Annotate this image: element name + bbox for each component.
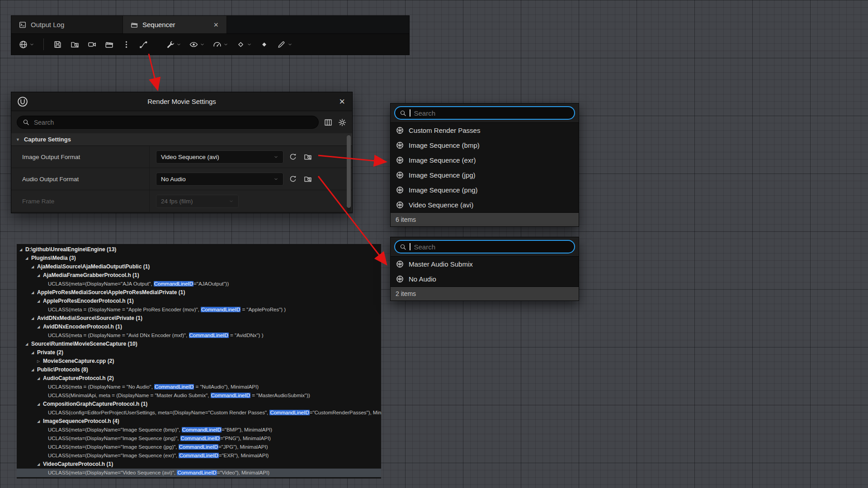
use-selected-asset-icon[interactable] [288,151,298,162]
scrollbar-thumb[interactable] [347,135,351,208]
column-view-icon[interactable] [324,118,333,127]
browse-to-asset-icon[interactable] [302,174,313,184]
node-label: CompositionGraphCaptureProtocol.h (1) [43,400,147,408]
expanded-arrow-icon[interactable]: ◢ [25,254,31,263]
popup-search-input[interactable] [413,243,571,251]
tree-node-row[interactable]: ◢Public\Protocols (8) [17,366,381,374]
expanded-arrow-icon[interactable]: ◢ [25,340,31,348]
search-match-row[interactable]: UCLASS(meta=(DisplayName="Image Sequence… [17,443,381,451]
option-item[interactable]: Master Audio Submix [391,257,579,272]
option-item[interactable]: Image Sequence (exr) [391,153,579,168]
expanded-arrow-icon[interactable]: ◢ [37,271,43,280]
create-camera-button[interactable] [85,38,99,51]
tree-node-row[interactable]: ◢ImageSequenceProtocol.h (4) [17,417,381,426]
capture-settings-section[interactable]: ▼ Capture Settings [11,133,352,146]
tree-node-row[interactable]: ◢AvidDNxEncoderProtocol.h (1) [17,323,381,331]
match-highlight: CommandLineID [154,384,194,389]
search-match-row[interactable]: UCLASS(MinimalApi, meta = (DisplayName =… [17,391,381,400]
expanded-arrow-icon[interactable]: ◢ [37,400,43,408]
search-match-row[interactable]: UCLASS(meta = (DisplayName = "Apple ProR… [17,305,381,314]
chevron-down-icon [272,155,278,160]
spline-icon [139,40,148,49]
tab-sequencer[interactable]: Sequencer × [123,16,227,33]
tree-node-row[interactable]: ◢AudioCaptureProtocol.h (2) [17,374,381,383]
tree-node-row[interactable]: ◢D:\github\UnrealEngine\Engine (13) [17,245,381,254]
use-selected-asset-icon[interactable] [288,174,298,184]
collapsed-arrow-icon[interactable]: ▷ [37,357,43,366]
auto-key-button[interactable] [257,38,272,51]
save-button[interactable] [50,38,65,51]
popup-search-input[interactable] [413,109,571,117]
tree-node-row[interactable]: ◢VideoCaptureProtocol.h (1) [17,460,381,469]
expanded-arrow-icon[interactable]: ◢ [31,288,37,297]
expanded-arrow-icon[interactable]: ◢ [37,374,43,383]
frame-rate-dropdown[interactable]: 24 fps (film) [156,195,239,208]
tree-node-row[interactable]: ◢AppleProResEncoderProtocol.h (1) [17,297,381,305]
settings-search-input[interactable] [33,118,313,127]
search-match-row[interactable]: UCLASS(config=EditorPerProjectUserSettin… [17,408,381,417]
scrollbar[interactable] [347,135,351,211]
expanded-arrow-icon[interactable]: ◢ [31,263,37,271]
node-label: AvidDNxMedia\Source\Source\Private (1) [37,314,142,323]
settings-gear-icon[interactable] [338,118,347,127]
expanded-arrow-icon[interactable]: ◢ [31,314,37,323]
tree-node-row[interactable]: ◢AppleProResMedia\Source\AppleProResMedi… [17,288,381,297]
expanded-arrow-icon[interactable]: ◢ [37,460,43,469]
find-in-content-browser-button[interactable] [67,38,82,51]
property-label: Image Output Format [11,146,150,168]
option-item[interactable]: Image Sequence (bmp) [391,138,579,153]
tree-node-row[interactable]: ◢CompositionGraphCaptureProtocol.h (1) [17,400,381,408]
expanded-arrow-icon[interactable]: ◢ [37,323,43,331]
search-match-row[interactable]: UCLASS(meta=(DisplayName="Video Sequence… [17,469,381,477]
option-item[interactable]: No Audio [391,272,579,286]
popup-search-box[interactable] [394,240,575,253]
search-match-row[interactable]: UCLASS(meta=(DisplayName="Image Sequence… [17,434,381,443]
option-item[interactable]: Custom Render Passes [391,123,579,138]
search-match-row[interactable]: UCLASS(meta=(DisplayName="Image Sequence… [17,451,381,460]
expanded-arrow-icon[interactable]: ◢ [37,297,43,305]
tree-node-row[interactable]: ◢Plugins\Media (3) [17,254,381,263]
sequence-tools-button[interactable] [136,38,151,51]
edit-mode-button[interactable] [274,38,295,51]
expanded-arrow-icon[interactable]: ◢ [31,366,37,374]
expanded-arrow-icon[interactable]: ◢ [19,245,25,254]
option-label: Master Audio Submix [409,260,473,268]
render-movie-button[interactable] [102,38,117,51]
option-item[interactable]: Video Sequence (avi) [391,197,579,212]
dialog-titlebar[interactable]: Render Movie Settings × [11,92,352,111]
keyframe-options-button[interactable] [233,38,255,51]
dialog-body: ▼ Capture Settings Image Output FormatVi… [11,133,352,213]
match-text: UCLASS(meta=(DisplayName="Image Sequence… [48,451,269,460]
tab-output-log[interactable]: Output Log [11,16,123,33]
tree-node-row[interactable]: ◢AvidDNxMedia\Source\Source\Private (1) [17,314,381,323]
search-match-row[interactable]: UCLASS(meta = (DisplayName = "No Audio",… [17,383,381,391]
tree-node-row[interactable]: ◢AjaMediaFrameGrabberProtocol.h (1) [17,271,381,280]
tree-node-row[interactable]: ◢Source\Runtime\MovieSceneCapture (10) [17,340,381,348]
expanded-arrow-icon[interactable]: ◢ [31,348,37,357]
option-item[interactable]: Image Sequence (jpg) [391,168,579,183]
world-options-button[interactable] [16,38,37,51]
settings-search-box[interactable] [17,116,319,129]
popup-search-box[interactable] [394,106,575,120]
actions-button[interactable] [163,38,184,51]
image-output-format-dropdown[interactable]: Video Sequence (avi) [156,150,283,164]
class-icon [396,171,404,179]
expanded-arrow-icon[interactable]: ◢ [37,417,43,426]
browse-to-asset-icon[interactable] [302,151,313,162]
playback-options-button[interactable] [210,38,231,51]
audio-output-format-dropdown[interactable]: No Audio [156,173,283,186]
tree-node-row[interactable]: ▷MovieSceneCapture.cpp (2) [17,357,381,366]
class-icon [396,201,404,209]
close-dialog-icon[interactable]: × [337,97,347,107]
search-match-row[interactable]: UCLASS(meta=(DisplayName="Image Sequence… [17,426,381,434]
close-tab-icon[interactable]: × [212,21,219,29]
option-item[interactable]: Image Sequence (png) [391,183,579,197]
search-match-row[interactable]: UCLASS(meta=(DisplayName="AJA Output", C… [17,280,381,288]
node-label: AppleProResMedia\Source\AppleProResMedia… [37,288,185,297]
more-options-button[interactable] [119,38,134,51]
view-options-button[interactable] [186,38,208,51]
tree-node-row[interactable]: ◢AjaMedia\Source\AjaMediaOutput\Public (… [17,263,381,271]
popup-list: Custom Render PassesImage Sequence (bmp)… [391,123,579,212]
search-match-row[interactable]: UCLASS(meta = (DisplayName = "Avid DNx E… [17,331,381,340]
tree-node-row[interactable]: ◢Private (2) [17,348,381,357]
